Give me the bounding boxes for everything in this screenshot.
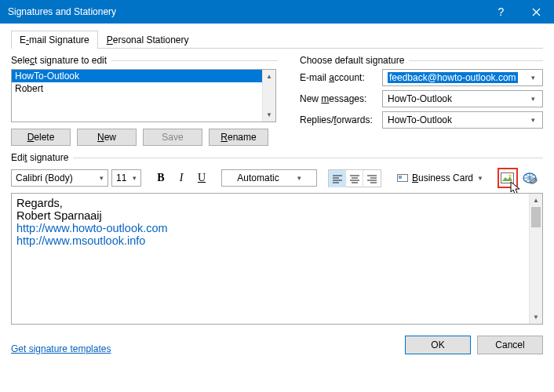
chevron-down-icon: ▾ — [527, 74, 539, 82]
new-button[interactable]: New — [77, 129, 137, 146]
insert-hyperlink-button[interactable] — [521, 169, 538, 187]
chevron-down-icon: ▾ — [527, 95, 539, 103]
align-left-button[interactable] — [329, 170, 346, 187]
underline-button[interactable]: U — [193, 169, 210, 187]
bold-button[interactable]: B — [152, 169, 169, 187]
format-toolbar: Calibri (Body) ▾ 11 ▾ B I U Automatic ▾ — [11, 166, 543, 190]
window-title: Signatures and Stationery — [8, 6, 483, 17]
signature-list[interactable]: HowTo-Outlook Robert ▲ ▼ — [11, 69, 276, 122]
select-signature-label: Select signature to edit — [11, 55, 107, 66]
scroll-down-icon[interactable]: ▼ — [263, 108, 275, 122]
new-messages-select[interactable]: HowTo-Outlook ▾ — [382, 90, 543, 107]
signature-item[interactable]: Robert — [12, 82, 275, 95]
svg-rect-12 — [501, 173, 514, 183]
hyperlink-icon — [522, 172, 538, 184]
scrollbar[interactable]: ▲ ▼ — [262, 70, 275, 122]
insert-picture-button[interactable] — [498, 168, 518, 188]
chevron-down-icon: ▼ — [477, 175, 483, 182]
replies-forwards-label: Replies/forwards: — [300, 114, 382, 125]
edit-signature-label: Edit signature — [11, 152, 68, 163]
svg-point-14 — [509, 174, 512, 176]
scroll-thumb[interactable] — [531, 207, 541, 227]
tabs: E-mail Signature Personal Stationery — [11, 30, 543, 49]
email-account-select[interactable]: feedback@howto-outlook.com ▾ — [382, 69, 543, 86]
editor-link[interactable]: http://www.msoutlook.info — [16, 234, 145, 247]
close-button[interactable] — [519, 0, 554, 24]
align-right-button[interactable] — [363, 170, 381, 187]
scroll-down-icon[interactable]: ▼ — [530, 310, 542, 324]
default-signature-label: Choose default signature — [300, 55, 404, 66]
business-card-icon — [397, 174, 408, 182]
cancel-button[interactable]: Cancel — [477, 336, 543, 354]
business-card-button[interactable]: Business Card ▼ — [392, 169, 488, 187]
save-button: Save — [143, 129, 202, 146]
signature-item[interactable]: HowTo-Outlook — [12, 70, 275, 82]
font-color-select[interactable]: Automatic ▾ — [221, 169, 317, 187]
editor-link[interactable]: http://www.howto-outlook.com — [16, 222, 168, 234]
new-messages-label: New messages: — [300, 93, 382, 104]
chevron-down-icon: ▾ — [295, 174, 304, 182]
font-select[interactable]: Calibri (Body) ▾ — [11, 169, 108, 187]
svg-marker-15 — [511, 182, 519, 194]
delete-button[interactable]: Delete — [11, 129, 71, 146]
font-size-select[interactable]: 11 ▾ — [111, 169, 141, 187]
alignment-group — [328, 169, 381, 187]
help-button[interactable]: ? — [483, 0, 519, 24]
scroll-up-icon[interactable]: ▲ — [530, 194, 542, 207]
editor-line: Regards, — [16, 197, 538, 209]
chevron-down-icon: ▾ — [527, 116, 539, 124]
scrollbar[interactable]: ▲ ▼ — [529, 194, 542, 324]
picture-icon — [501, 172, 514, 183]
chevron-down-icon: ▾ — [97, 174, 106, 182]
get-templates-link[interactable]: Get signature templates — [11, 343, 111, 354]
align-center-button[interactable] — [346, 170, 363, 187]
ok-button[interactable]: OK — [405, 336, 471, 354]
signature-textarea[interactable]: Regards, Robert Sparnaaij http://www.how… — [11, 193, 543, 325]
chevron-down-icon: ▾ — [130, 174, 139, 182]
tab-personal-stationery[interactable]: Personal Stationery — [98, 31, 198, 49]
email-account-label: E-mail account: — [300, 72, 382, 83]
italic-button[interactable]: I — [173, 169, 190, 187]
scroll-up-icon[interactable]: ▲ — [263, 70, 275, 83]
editor-line: Robert Sparnaaij — [16, 209, 538, 222]
replies-forwards-select[interactable]: HowTo-Outlook ▾ — [382, 111, 543, 129]
tab-email-signature[interactable]: E-mail Signature — [11, 31, 98, 49]
dialog-body: E-mail Signature Personal Stationery Sel… — [0, 24, 554, 362]
titlebar: Signatures and Stationery ? — [0, 0, 554, 24]
rename-button[interactable]: Rename — [209, 129, 268, 146]
